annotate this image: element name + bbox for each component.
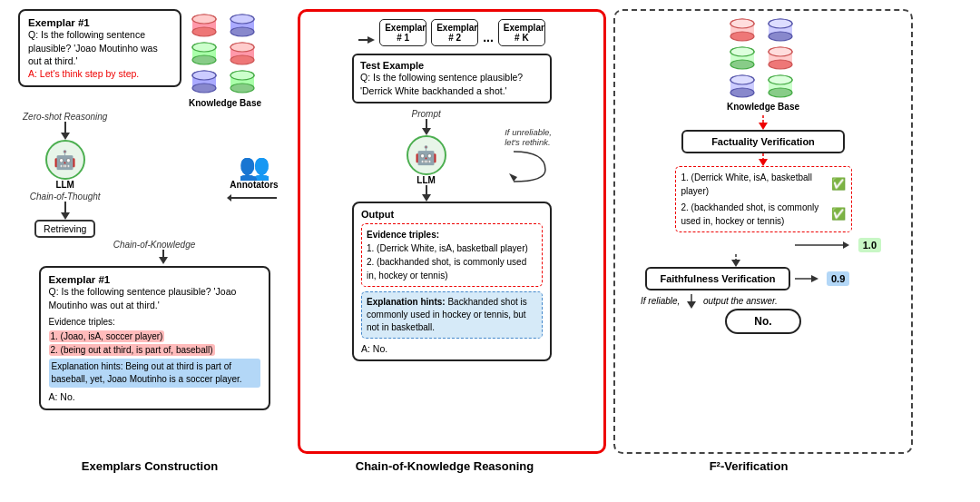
svg-point-11 [192, 43, 216, 52]
evidence-e1-mid: 1. (Derrick White, isA, basketball playe… [367, 241, 537, 255]
svg-marker-37 [422, 194, 431, 202]
exemplar-mini-k: Exemplar # K [498, 19, 545, 46]
exemplar-mini-2: Exemplar # 2 [431, 19, 478, 46]
middle-panel: Exemplar # 1 Exemplar # 2 ... Exemplar #… [298, 9, 606, 454]
exemplar1-mini-label: Exemplar # 1 [385, 23, 421, 43]
zero-shot-label: Zero-shot Reasoning [23, 112, 107, 122]
annotators-label: Annotators [230, 180, 278, 190]
output-title: Output [361, 209, 543, 220]
llm-label-left: LLM [55, 180, 74, 190]
check-icon-2: ✅ [831, 205, 846, 223]
svg-point-7 [230, 15, 254, 24]
svg-marker-74 [687, 301, 696, 309]
answer-right: No. [754, 315, 771, 328]
exemplar-mini-1: Exemplar # 1 [379, 19, 426, 46]
annotators-icon: 👥 [239, 154, 270, 180]
faith-label: Faithfulness Verification [660, 273, 775, 284]
score-1: 1.0 [858, 238, 881, 252]
chain-of-knowledge-label: Chain-of-Knowledge [113, 240, 196, 250]
svg-marker-64 [759, 123, 768, 130]
svg-point-49 [730, 60, 754, 69]
svg-marker-33 [368, 36, 375, 44]
left-panel-title: Exemplars Construction [9, 459, 290, 473]
svg-point-41 [730, 32, 754, 41]
exemplar1-box: Exemplar #1 Q: Is the following sentence… [18, 9, 181, 87]
right-panel-title: F²-Verification [599, 459, 898, 473]
knowledge-base-icons-right [727, 18, 799, 100]
answer-box-right: No. [725, 309, 800, 334]
svg-point-10 [192, 55, 216, 64]
chain-of-thought-label: Chain-of-Thought [30, 192, 101, 202]
svg-point-42 [730, 19, 754, 28]
prompt-label: Prompt [412, 109, 441, 119]
exemplar2-hint: Explanation hints: Being out at third is… [49, 359, 260, 388]
ellipsis-label: ... [483, 30, 494, 46]
left-panel: Exemplar #1 Q: Is the following sentence… [9, 9, 290, 454]
footer-labels: Exemplars Construction Chain-of-Knowledg… [9, 459, 971, 473]
lets-rethink-label: let's rethink. [505, 137, 550, 147]
mid-panel-title: Chain-of-Knowledge Reasoning [290, 459, 599, 473]
svg-point-58 [730, 75, 754, 84]
exemplarK-mini-label: Exemplar # K [504, 23, 540, 43]
svg-marker-25 [61, 133, 70, 140]
exemplar2-answer: A: No. [49, 391, 260, 402]
exemplar2-hint-label: Explanation hints: [52, 361, 123, 371]
score-2: 0.9 [827, 271, 849, 286]
svg-point-61 [769, 88, 792, 97]
exemplar2-title: Exemplar #1 [49, 274, 260, 285]
knowledge-base-icons-left [189, 14, 261, 95]
svg-point-15 [230, 43, 254, 52]
svg-point-53 [769, 60, 792, 69]
evidence-title-mid: Evidence triples: [367, 228, 537, 241]
exemplar2-evidence-title: Evidence triples: [49, 316, 260, 329]
test-example-title: Test Example [360, 60, 544, 71]
hint-title-mid: Explanation hints: [367, 297, 446, 307]
exemplar2-box: Exemplar #1 Q: Is the following sentence… [39, 266, 270, 410]
right-panel: Knowledge Base Factuality Verification 1… [613, 9, 913, 454]
svg-marker-68 [843, 241, 849, 249]
knowledge-base-label-left: Knowledge Base [189, 98, 261, 108]
svg-marker-27 [61, 212, 70, 220]
knowledge-base-label-right: Knowledge Base [727, 102, 799, 112]
svg-point-22 [230, 84, 254, 93]
svg-point-45 [769, 32, 792, 41]
svg-marker-29 [227, 194, 231, 202]
faithfulness-box: Faithfulness Verification [645, 267, 790, 290]
svg-point-18 [192, 84, 216, 93]
output-box: Output Evidence triples: 1. (Derrick Whi… [352, 202, 552, 361]
check-icon-1: ✅ [831, 175, 846, 193]
if-reliable-label: If reliable, output the answer. [641, 294, 778, 309]
svg-point-6 [230, 27, 254, 36]
svg-marker-38 [509, 173, 517, 182]
svg-point-62 [769, 75, 792, 84]
exemplar2-question: Q: Is the following sentence plausible? … [49, 285, 260, 311]
exemplar1-question: Q: Is the following sentence plausible? … [28, 28, 172, 68]
answer-mid: A: No. [361, 343, 543, 354]
exemplar2-evidence2: 2. (being out at third, is part of, base… [49, 344, 215, 356]
exemplar2-evidence1: 1. (Joao, isA, soccer player) [49, 330, 165, 342]
svg-marker-31 [159, 257, 168, 264]
svg-point-54 [769, 47, 792, 56]
llm-label-mid: LLM [416, 175, 436, 185]
hint-box-mid: Explanation hints: Backhanded shot is co… [361, 291, 543, 339]
svg-point-14 [230, 55, 254, 64]
svg-point-23 [230, 71, 254, 80]
retrieving-box: Retrieving [34, 220, 95, 238]
evidence-box-mid: Evidence triples: 1. (Derrick White, isA… [361, 223, 543, 287]
svg-point-3 [192, 15, 216, 24]
svg-point-2 [192, 27, 216, 36]
svg-point-19 [192, 71, 216, 80]
llm-icon-left: 🤖 [45, 140, 85, 180]
svg-marker-66 [759, 159, 768, 166]
llm-icon-mid: 🤖 [407, 135, 446, 175]
factuality-label: Factuality Verification [711, 136, 815, 147]
evidence-e2-mid: 2. (backhanded shot, is commonly used in… [367, 255, 537, 282]
if-unreliable-label: If unreliable, [505, 127, 552, 137]
test-example-box: Test Example Q: Is the following sentenc… [352, 54, 552, 103]
test-example-question: Q: Is the following sentence plausible? … [360, 71, 544, 97]
svg-marker-72 [811, 275, 818, 282]
svg-point-46 [769, 19, 792, 28]
factuality-list: 1. (Derrick White, isA, basketball playe… [675, 166, 852, 232]
svg-marker-35 [422, 128, 431, 135]
exemplar1-title: Exemplar #1 [28, 17, 172, 28]
